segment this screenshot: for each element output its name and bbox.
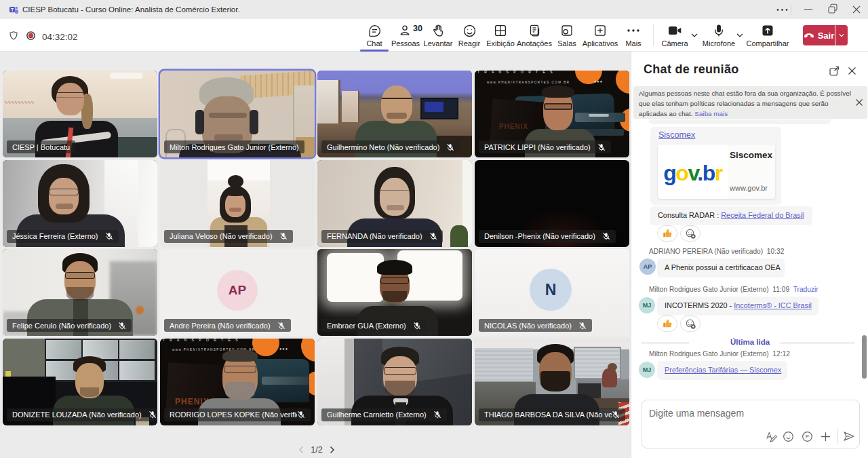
svg-text:P: P xyxy=(806,434,809,440)
